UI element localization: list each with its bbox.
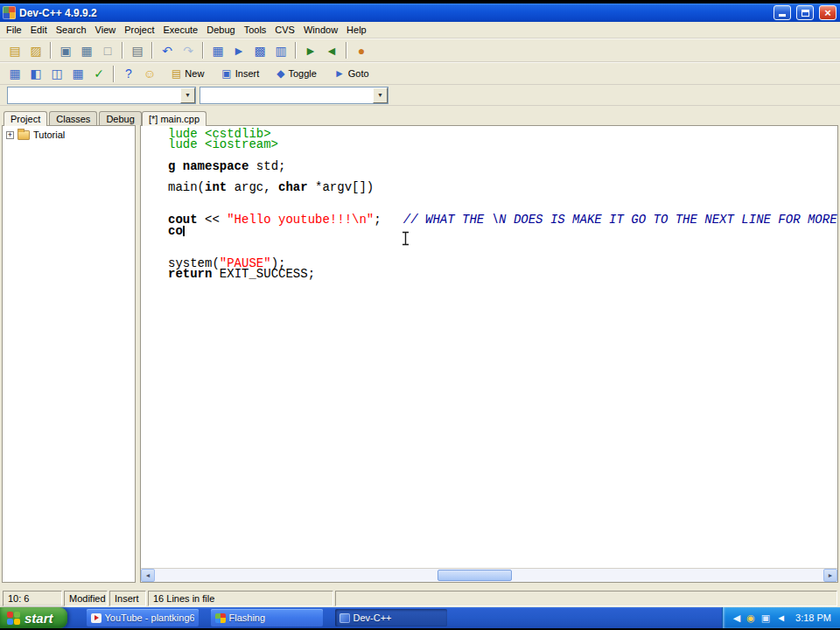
tab-main-cpp[interactable]: [*] main.cpp bbox=[142, 111, 206, 126]
minimize-button[interactable] bbox=[774, 5, 791, 20]
code-token: << bbox=[198, 213, 228, 227]
taskbar-item-youtube[interactable]: YouTube - plantking6'... bbox=[87, 609, 199, 626]
code-token: std; bbox=[248, 159, 285, 173]
modified-status: Modified bbox=[64, 591, 108, 606]
restore-icon bbox=[802, 10, 809, 17]
editor[interactable]: lude <cstdlib>lude <iostream>g namespace… bbox=[140, 125, 838, 583]
tab-classes[interactable]: Classes bbox=[49, 111, 97, 125]
scroll-thumb[interactable] bbox=[438, 570, 512, 581]
line-count: 16 Lines in file bbox=[148, 591, 333, 606]
save-all-icon[interactable]: ▦ bbox=[76, 41, 97, 60]
minimize-icon bbox=[779, 14, 786, 17]
menu-item-search[interactable]: Search bbox=[52, 22, 91, 38]
new-button[interactable]: ▤New bbox=[165, 66, 210, 81]
compiler-combo[interactable]: ▼ bbox=[7, 87, 196, 104]
tree-item-tutorial[interactable]: + Tutorial bbox=[3, 126, 135, 140]
menu-item-edit[interactable]: Edit bbox=[26, 22, 52, 38]
panel-tabs: ProjectClassesDebug bbox=[2, 109, 136, 125]
goto-button-icon: ► bbox=[334, 67, 345, 80]
undo-icon[interactable]: ↶ bbox=[157, 41, 178, 60]
tray-network-icon[interactable]: ▣ bbox=[761, 607, 770, 628]
expand-icon[interactable]: + bbox=[6, 131, 14, 139]
task-label: Flashing bbox=[229, 612, 266, 623]
title-bar[interactable]: Dev-C++ 4.9.9.2 × bbox=[0, 4, 840, 22]
open-project-icon[interactable]: ▨ bbox=[25, 41, 46, 60]
stop-icon[interactable]: ● bbox=[351, 41, 372, 60]
class-combo-arrow-icon[interactable]: ▼ bbox=[373, 88, 388, 103]
menu-item-file[interactable]: File bbox=[2, 22, 26, 38]
taskbar-item-devcpp[interactable]: Dev-C++ bbox=[335, 609, 447, 626]
grid-icon[interactable]: ▦ bbox=[67, 64, 88, 83]
close-button[interactable]: × bbox=[819, 5, 836, 20]
scroll-right-icon[interactable]: ► bbox=[823, 569, 837, 582]
new-button-label: New bbox=[185, 68, 204, 79]
taskbar-item-flashing[interactable]: Flashing bbox=[211, 609, 323, 626]
project-folder-icon bbox=[18, 130, 30, 140]
volume-icon[interactable]: ◄ bbox=[776, 607, 786, 628]
tray-status-icon[interactable]: ◉ bbox=[746, 607, 755, 628]
class-combo[interactable]: ▼ bbox=[200, 87, 388, 104]
menu-item-cvs[interactable]: CVS bbox=[270, 22, 299, 38]
close-file-icon[interactable]: □ bbox=[97, 41, 118, 60]
split-view-icon[interactable]: ◫ bbox=[46, 64, 67, 83]
compile-run-icon[interactable]: ▩ bbox=[249, 41, 270, 60]
toolbar-separator bbox=[202, 42, 204, 59]
toolbar-separator bbox=[122, 42, 123, 59]
menu-item-project[interactable]: Project bbox=[120, 22, 158, 38]
start-button[interactable]: start bbox=[0, 607, 67, 628]
main-area: ProjectClassesDebug + Tutorial [*] main.… bbox=[0, 106, 840, 583]
rebuild-icon[interactable]: ▥ bbox=[270, 41, 291, 60]
smiley-icon[interactable]: ☺ bbox=[139, 64, 160, 83]
toggle-button[interactable]: ◆Toggle bbox=[270, 66, 323, 81]
tray-collapse-icon[interactable]: ◀ bbox=[733, 607, 740, 628]
clock: 3:18 PM bbox=[792, 612, 831, 623]
code-line-9: cout << "Hello youtube!!!\n"; // WHAT TH… bbox=[168, 214, 837, 225]
scroll-track[interactable] bbox=[155, 569, 823, 582]
restore-button[interactable] bbox=[796, 5, 814, 20]
horizontal-scrollbar[interactable]: ◄ ► bbox=[141, 568, 837, 582]
print-icon[interactable]: ▤ bbox=[127, 41, 148, 60]
toolbar-separator bbox=[151, 42, 153, 59]
insert-button[interactable]: ▣Insert bbox=[215, 66, 265, 81]
redo-icon[interactable]: ↷ bbox=[178, 41, 199, 60]
menu-item-execute[interactable]: Execute bbox=[158, 22, 202, 38]
add-watch-icon[interactable]: ▦ bbox=[4, 64, 25, 83]
compile-icon[interactable]: ▦ bbox=[207, 41, 228, 60]
run-icon[interactable]: ► bbox=[228, 41, 249, 60]
toolbar-separator bbox=[113, 66, 115, 82]
debug-icon[interactable]: ► bbox=[300, 41, 321, 60]
scroll-left-icon[interactable]: ◄ bbox=[141, 569, 155, 582]
task-label: Dev-C++ bbox=[354, 612, 392, 623]
project-tree[interactable]: + Tutorial bbox=[2, 125, 136, 583]
profile-icon[interactable]: ◄ bbox=[321, 41, 342, 60]
task-label: YouTube - plantking6'... bbox=[105, 612, 194, 623]
compiler-bar: ▼ ▼ bbox=[0, 85, 840, 106]
save-icon[interactable]: ▣ bbox=[55, 41, 76, 60]
goto-button[interactable]: ►Goto bbox=[328, 66, 375, 81]
menu-item-tools[interactable]: Tools bbox=[240, 22, 271, 38]
code-token: co bbox=[168, 224, 183, 238]
tab-project[interactable]: Project bbox=[4, 111, 47, 126]
code-line-14: return EXIT_SUCCESS; bbox=[168, 269, 837, 279]
menu-item-help[interactable]: Help bbox=[342, 22, 371, 38]
windows-logo-icon bbox=[7, 612, 20, 625]
menu-item-view[interactable]: View bbox=[91, 22, 121, 38]
code-area[interactable]: lude <cstdlib>lude <iostream>g namespace… bbox=[141, 126, 837, 568]
code-token: g namespace bbox=[168, 159, 248, 173]
toolbar-separator bbox=[50, 42, 52, 59]
status-bar: 10: 6 Modified Insert 16 Lines in file bbox=[0, 590, 840, 607]
menu-bar: FileEditSearchViewProjectExecuteDebugToo… bbox=[0, 22, 840, 38]
window-icon[interactable]: ◧ bbox=[25, 64, 46, 83]
text-caret bbox=[183, 226, 185, 236]
menu-item-window[interactable]: Window bbox=[299, 22, 342, 38]
code-token: EXIT_SUCCESS; bbox=[212, 267, 315, 281]
syntax-check-icon[interactable]: ✓ bbox=[88, 64, 109, 83]
compiler-combo-arrow-icon[interactable]: ▼ bbox=[180, 88, 195, 103]
code-token: int bbox=[205, 180, 227, 194]
new-source-icon[interactable]: ▤ bbox=[4, 41, 25, 60]
help-icon[interactable]: ? bbox=[118, 64, 139, 83]
devcpp-icon bbox=[340, 613, 350, 623]
tab-debug[interactable]: Debug bbox=[99, 111, 141, 125]
menu-item-debug[interactable]: Debug bbox=[202, 22, 239, 38]
task-buttons: YouTube - plantking6'...FlashingDev-C++ bbox=[87, 609, 459, 626]
